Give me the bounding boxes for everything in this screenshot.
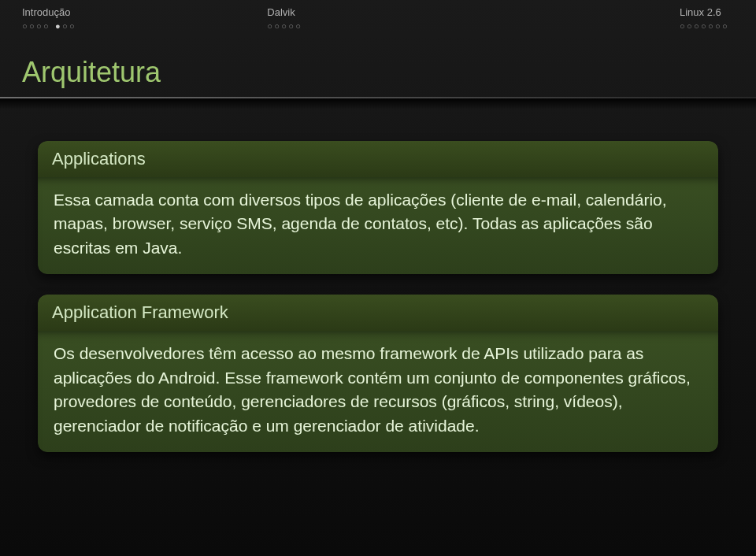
block-application-framework: Application Framework Os desenvolvedores…: [38, 295, 718, 452]
nav-section-intro[interactable]: Introdução: [22, 6, 81, 31]
slide-title: Arquitetura: [0, 34, 756, 97]
progress-dot-icon[interactable]: [43, 21, 50, 31]
nav-title: Linux 2.6: [680, 6, 734, 18]
slide-nav: Introdução Dalvik Linux 2.6: [0, 0, 756, 34]
progress-dot-icon[interactable]: [69, 21, 76, 31]
progress-dot-icon[interactable]: [62, 21, 69, 31]
nav-title: Dalvik: [267, 6, 307, 18]
nav-progress-dots: [680, 21, 734, 31]
progress-dot-icon[interactable]: [715, 21, 722, 31]
progress-dot-icon[interactable]: [281, 21, 288, 31]
progress-dot-icon[interactable]: [288, 21, 295, 31]
progress-dot-icon[interactable]: [36, 21, 43, 31]
nav-progress-dots: [22, 21, 81, 31]
progress-dot-icon[interactable]: [701, 21, 708, 31]
progress-dot-icon[interactable]: [274, 21, 281, 31]
progress-dot-current-icon[interactable]: [55, 21, 62, 31]
progress-dot-icon[interactable]: [687, 21, 694, 31]
nav-section-linux[interactable]: Linux 2.6: [680, 6, 734, 31]
block-applications: Applications Essa camada conta com diver…: [38, 141, 718, 274]
nav-progress-dots: [267, 21, 307, 31]
title-shadow: [0, 98, 756, 109]
progress-dot-icon[interactable]: [722, 21, 729, 31]
nav-section-dalvik[interactable]: Dalvik: [267, 6, 307, 31]
block-body: Essa camada conta com diversos tipos de …: [38, 177, 718, 274]
progress-dot-icon[interactable]: [680, 21, 687, 31]
slide-content: Applications Essa camada conta com diver…: [0, 109, 756, 452]
block-header: Applications: [38, 141, 718, 177]
progress-dot-icon[interactable]: [267, 21, 274, 31]
progress-dot-icon[interactable]: [708, 21, 715, 31]
progress-dot-icon[interactable]: [694, 21, 701, 31]
progress-dot-icon[interactable]: [295, 21, 302, 31]
nav-title: Introdução: [22, 6, 81, 18]
progress-dot-icon[interactable]: [29, 21, 36, 31]
block-header: Application Framework: [38, 295, 718, 331]
block-body: Os desenvolvedores têm acesso ao mesmo f…: [38, 331, 718, 452]
progress-dot-icon[interactable]: [22, 21, 29, 31]
